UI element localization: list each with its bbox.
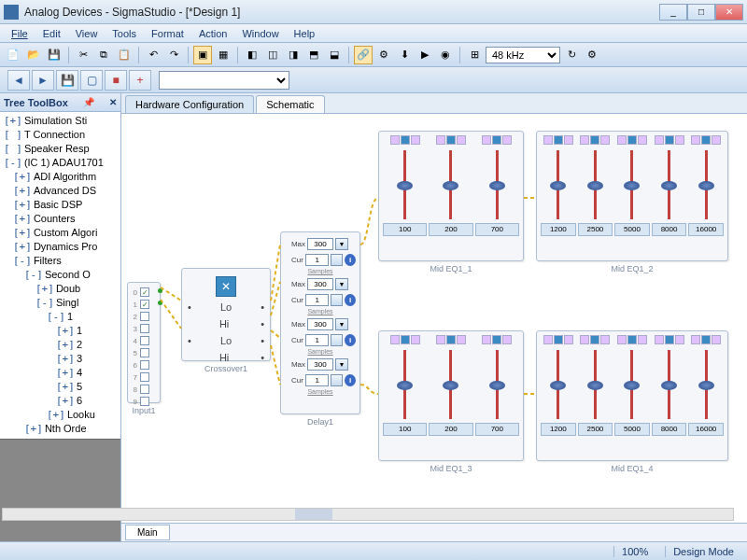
compile-icon[interactable]: ⚙: [374, 46, 393, 64]
eq-freq-value[interactable]: 2500: [578, 423, 613, 436]
tree-node[interactable]: [+]Advanced DS: [2, 184, 119, 198]
eq-freq-value[interactable]: 100: [383, 423, 427, 436]
stop-icon[interactable]: ■: [105, 70, 127, 91]
open-icon[interactable]: 📂: [24, 46, 43, 64]
redo-icon[interactable]: ↷: [164, 46, 183, 64]
add-icon[interactable]: +: [129, 70, 151, 91]
scroll-thumb[interactable]: [295, 509, 332, 520]
channel-checkbox[interactable]: [140, 372, 149, 382]
eq-freq-value[interactable]: 2500: [578, 223, 613, 236]
menu-help[interactable]: Help: [287, 26, 323, 41]
tree-node[interactable]: [+]Counters: [2, 212, 119, 226]
eq-freq-value[interactable]: 200: [429, 223, 472, 236]
channel-checkbox[interactable]: [140, 397, 149, 406]
eq-slider-thumb[interactable]: [624, 181, 640, 190]
channel-checkbox[interactable]: ✓: [140, 287, 149, 297]
cut-icon[interactable]: ✂: [74, 46, 92, 64]
eq-slider-thumb[interactable]: [443, 181, 458, 190]
block-eq[interactable]: 120025005000800016000Mid EQ1_2: [536, 131, 728, 261]
info-icon[interactable]: i: [345, 334, 356, 346]
crossover-icon[interactable]: ✕: [216, 276, 236, 297]
settings-icon[interactable]: ⚙: [583, 46, 601, 64]
tree-node[interactable]: [ ]T Connection: [2, 128, 119, 142]
align-top-icon[interactable]: ⬒: [304, 46, 323, 64]
play-icon[interactable]: ▶: [416, 46, 434, 64]
eq-slider-thumb[interactable]: [489, 381, 505, 390]
tree-node[interactable]: [+]Nth Orde: [2, 422, 119, 436]
channel-checkbox[interactable]: [140, 385, 149, 394]
eq-slider-thumb[interactable]: [397, 381, 413, 390]
tree-node[interactable]: [+]4: [2, 366, 119, 380]
tab-hardware[interactable]: Hardware Configuration: [125, 95, 254, 113]
tree-node[interactable]: [-](IC 1) ADAU1701: [2, 156, 119, 170]
save2-icon[interactable]: 💾: [56, 70, 78, 91]
copy-icon[interactable]: ⧉: [94, 46, 113, 64]
tree-node[interactable]: [+]2: [2, 338, 119, 352]
minimize-button[interactable]: _: [659, 4, 687, 21]
eq-slider-thumb[interactable]: [661, 181, 677, 190]
align-center-icon[interactable]: ◫: [263, 46, 282, 64]
channel-checkbox[interactable]: [140, 324, 149, 333]
tree-node[interactable]: [+]ADI Algorithm: [2, 170, 119, 184]
tree-node[interactable]: [+]Looku: [2, 408, 119, 422]
tree-body[interactable]: [+]Simulation Sti[ ]T Connection[ ]Speak…: [0, 112, 120, 439]
save-icon[interactable]: 💾: [45, 46, 63, 64]
select-tool-icon[interactable]: ▣: [193, 46, 212, 64]
nav-back-icon[interactable]: ◄: [7, 70, 30, 91]
tree-node[interactable]: [ ]Speaker Resp: [2, 142, 119, 156]
tree-node[interactable]: [+]Simulation Sti: [2, 114, 119, 128]
eq-freq-value[interactable]: 100: [383, 223, 427, 236]
menu-edit[interactable]: Edit: [35, 26, 68, 41]
info-icon[interactable]: i: [345, 374, 356, 386]
channel-checkbox[interactable]: [140, 312, 149, 321]
eq-freq-value[interactable]: 200: [429, 423, 472, 436]
eq-slider-thumb[interactable]: [550, 181, 566, 190]
device-select[interactable]: [159, 71, 289, 90]
menu-view[interactable]: View: [68, 26, 106, 41]
dropdown-icon[interactable]: ▼: [335, 278, 348, 290]
eq-slider-thumb[interactable]: [698, 381, 714, 390]
paste-icon[interactable]: 📋: [115, 46, 134, 64]
dropdown-icon[interactable]: ▼: [335, 318, 348, 330]
pin-icon[interactable]: 📌: [83, 97, 94, 107]
channel-checkbox[interactable]: [140, 336, 149, 345]
menu-tools[interactable]: Tools: [105, 26, 144, 41]
eq-freq-value[interactable]: 8000: [652, 223, 687, 236]
info-icon[interactable]: i: [345, 294, 356, 306]
eq-slider-thumb[interactable]: [443, 381, 458, 390]
tree-node[interactable]: [-]Singl: [2, 296, 119, 310]
eq-freq-value[interactable]: 1200: [541, 423, 576, 436]
channel-checkbox[interactable]: [140, 360, 149, 370]
menu-window[interactable]: Window: [234, 26, 286, 41]
tree-node[interactable]: [+]3: [2, 352, 119, 366]
nav-fwd-icon[interactable]: ►: [32, 70, 54, 91]
eq-slider-thumb[interactable]: [489, 181, 505, 190]
tree-node[interactable]: [-]1: [2, 310, 119, 324]
eq-freq-value[interactable]: 8000: [652, 423, 687, 436]
download-icon[interactable]: ⬇: [395, 46, 414, 64]
menu-format[interactable]: Format: [144, 26, 191, 41]
new-icon[interactable]: 📄: [4, 46, 22, 64]
eq-freq-value[interactable]: 700: [475, 223, 519, 236]
refresh-icon[interactable]: ↻: [562, 46, 581, 64]
probe-icon[interactable]: ◉: [436, 46, 455, 64]
align-bottom-icon[interactable]: ⬓: [325, 46, 344, 64]
undo-icon[interactable]: ↶: [144, 46, 162, 64]
eq-freq-value[interactable]: 700: [475, 423, 519, 436]
channel-checkbox[interactable]: ✓: [140, 300, 149, 309]
block-delay[interactable]: Delay1 Max300▼Cur1 iSamplesMax300▼Cur1 i…: [280, 231, 360, 414]
eq-freq-value[interactable]: 5000: [614, 423, 650, 436]
channel-checkbox[interactable]: [140, 348, 149, 357]
horizontal-scrollbar[interactable]: [2, 508, 734, 521]
grid-icon[interactable]: ▦: [214, 46, 233, 64]
eq-slider-thumb[interactable]: [698, 181, 714, 190]
eq-freq-value[interactable]: 16000: [688, 423, 724, 436]
tree-node[interactable]: [+]5: [2, 380, 119, 394]
dropdown-icon[interactable]: ▼: [335, 238, 348, 250]
eq-freq-value[interactable]: 1200: [541, 223, 576, 236]
menu-file[interactable]: File: [4, 26, 35, 41]
block-input[interactable]: Input1 0✓1✓23456789: [127, 282, 161, 403]
schematic-canvas[interactable]: Input1 0✓1✓23456789 ✕ •Lo• Hi• •Lo• Hi• …: [121, 114, 747, 523]
hierarchy-icon[interactable]: ⊞: [465, 46, 484, 64]
tree-node[interactable]: [-]Filters: [2, 254, 119, 268]
